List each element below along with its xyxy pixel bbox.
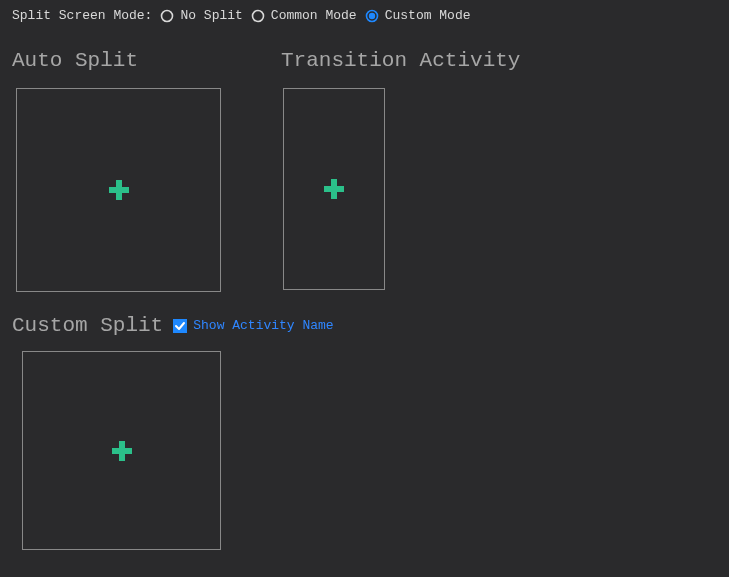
transition-activity-title: Transition Activity bbox=[281, 49, 520, 72]
radio-custom-mode[interactable]: Custom Mode bbox=[365, 8, 471, 23]
svg-point-1 bbox=[252, 10, 263, 21]
radio-common-mode[interactable]: Common Mode bbox=[251, 8, 357, 23]
show-activity-name-label: Show Activity Name bbox=[193, 318, 333, 333]
plus-icon bbox=[107, 178, 131, 202]
transition-activity-dropzone[interactable] bbox=[283, 88, 385, 290]
plus-icon bbox=[322, 177, 346, 201]
custom-split-dropzone[interactable] bbox=[22, 351, 221, 550]
auto-split-title: Auto Split bbox=[12, 49, 221, 72]
mode-label: Split Screen Mode: bbox=[12, 8, 152, 23]
show-activity-name-toggle[interactable]: Show Activity Name bbox=[173, 318, 333, 333]
svg-point-3 bbox=[368, 12, 374, 18]
radio-common-mode-label: Common Mode bbox=[271, 8, 357, 23]
radio-no-split-label: No Split bbox=[180, 8, 242, 23]
custom-split-header: Custom Split Show Activity Name bbox=[12, 314, 717, 337]
radio-unselected-icon bbox=[160, 9, 174, 23]
radio-custom-mode-label: Custom Mode bbox=[385, 8, 471, 23]
svg-point-0 bbox=[162, 10, 173, 21]
checkbox-checked-icon bbox=[173, 319, 187, 333]
auto-split-dropzone[interactable] bbox=[16, 88, 221, 292]
split-screen-config: Split Screen Mode: No Split Common Mode … bbox=[0, 0, 729, 562]
radio-selected-icon bbox=[365, 9, 379, 23]
custom-split-title: Custom Split bbox=[12, 314, 163, 337]
mode-row: Split Screen Mode: No Split Common Mode … bbox=[12, 8, 717, 23]
radio-no-split[interactable]: No Split bbox=[160, 8, 242, 23]
auto-split-section: Auto Split bbox=[12, 49, 221, 292]
plus-icon bbox=[110, 439, 134, 463]
radio-unselected-icon bbox=[251, 9, 265, 23]
upper-row: Auto Split Transition Activity bbox=[12, 49, 717, 292]
transition-activity-section: Transition Activity bbox=[281, 49, 520, 292]
